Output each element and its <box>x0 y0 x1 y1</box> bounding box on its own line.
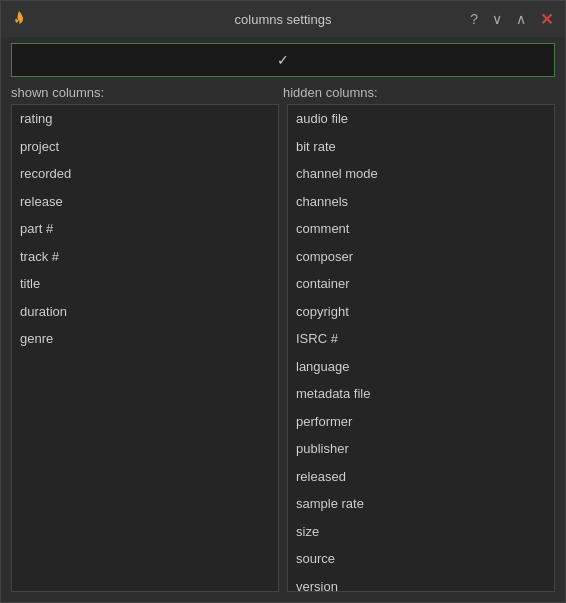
confirm-row: ✓ <box>1 37 565 83</box>
list-item[interactable]: part # <box>12 215 278 243</box>
columns-header: shown columns: hidden columns: <box>1 83 565 104</box>
list-item[interactable]: ISRC # <box>288 325 554 353</box>
list-item[interactable]: bit rate <box>288 133 554 161</box>
list-item[interactable]: composer <box>288 243 554 271</box>
list-item[interactable]: released <box>288 463 554 491</box>
list-item[interactable]: genre <box>12 325 278 353</box>
columns-body: ratingprojectrecordedreleasepart #track … <box>1 104 565 602</box>
help-button[interactable]: ? <box>466 9 482 29</box>
list-item[interactable]: metadata file <box>288 380 554 408</box>
list-item[interactable]: source <box>288 545 554 573</box>
list-item[interactable]: duration <box>12 298 278 326</box>
list-item[interactable]: rating <box>12 105 278 133</box>
shown-columns-list: ratingprojectrecordedreleasepart #track … <box>11 104 279 592</box>
list-item[interactable]: audio file <box>288 105 554 133</box>
title-bar-left <box>9 9 35 29</box>
list-item[interactable]: sample rate <box>288 490 554 518</box>
window: columns settings ? ∨ ∧ ✕ ✓ shown columns… <box>0 0 566 603</box>
expand-button[interactable]: ∧ <box>512 9 530 29</box>
hidden-columns-list: audio filebit ratechannel modechannelsco… <box>287 104 555 592</box>
list-item[interactable]: language <box>288 353 554 381</box>
list-item[interactable]: title <box>12 270 278 298</box>
app-icon <box>9 9 29 29</box>
list-item[interactable]: copyright <box>288 298 554 326</box>
list-item[interactable]: size <box>288 518 554 546</box>
list-item[interactable]: channels <box>288 188 554 216</box>
confirm-button[interactable]: ✓ <box>11 43 555 77</box>
hidden-columns-header: hidden columns: <box>283 85 555 100</box>
list-item[interactable]: performer <box>288 408 554 436</box>
title-bar-controls: ? ∨ ∧ ✕ <box>466 8 557 31</box>
list-item[interactable]: release <box>12 188 278 216</box>
window-title: columns settings <box>235 12 332 27</box>
collapse-button[interactable]: ∨ <box>488 9 506 29</box>
title-bar: columns settings ? ∨ ∧ ✕ <box>1 1 565 37</box>
shown-columns-header: shown columns: <box>11 85 283 100</box>
list-item[interactable]: version <box>288 573 554 593</box>
list-item[interactable]: comment <box>288 215 554 243</box>
list-item[interactable]: channel mode <box>288 160 554 188</box>
list-item[interactable]: track # <box>12 243 278 271</box>
list-item[interactable]: recorded <box>12 160 278 188</box>
list-item[interactable]: publisher <box>288 435 554 463</box>
list-item[interactable]: project <box>12 133 278 161</box>
list-item[interactable]: container <box>288 270 554 298</box>
close-button[interactable]: ✕ <box>536 8 557 31</box>
